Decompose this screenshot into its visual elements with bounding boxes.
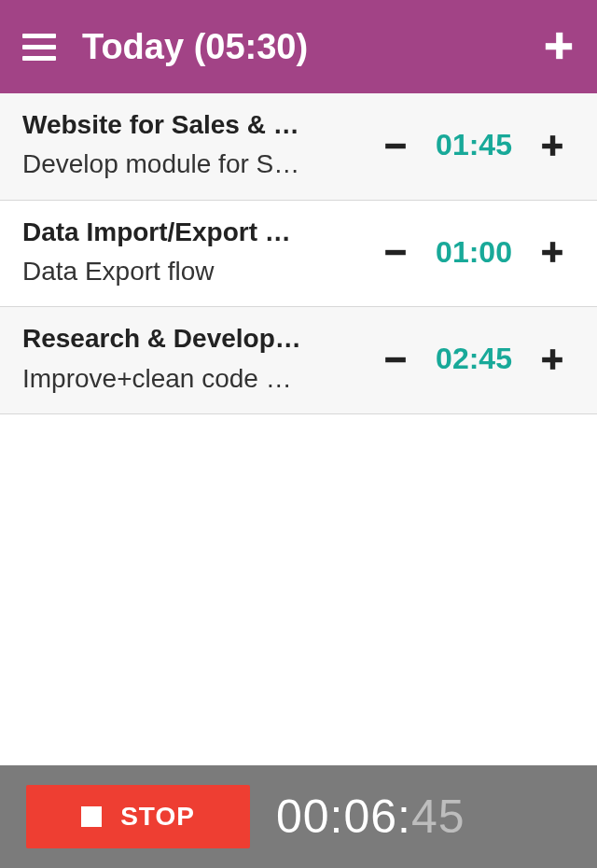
minus-icon <box>383 133 408 158</box>
svg-rect-2 <box>385 144 406 148</box>
item-text: Research & Developme… Improve+clean code… <box>22 322 366 397</box>
decrement-button[interactable] <box>373 240 418 264</box>
increment-button[interactable] <box>530 240 575 264</box>
list-item[interactable]: Research & Developme… Improve+clean code… <box>0 307 597 414</box>
task-list: Website for Sales & W… Develop module fo… <box>0 93 597 765</box>
svg-rect-10 <box>542 357 562 362</box>
item-text: Website for Sales & W… Develop module fo… <box>22 108 366 183</box>
decrement-button[interactable] <box>373 133 418 158</box>
item-subtitle: Improve+clean code an… <box>22 360 302 397</box>
svg-rect-8 <box>385 357 406 362</box>
item-title: Research & Developme… <box>22 322 302 356</box>
stop-button[interactable]: STOP <box>26 785 250 848</box>
plus-icon <box>540 347 564 371</box>
increment-button[interactable] <box>530 133 575 158</box>
svg-rect-5 <box>385 250 406 255</box>
svg-rect-7 <box>542 250 562 255</box>
menu-icon[interactable] <box>22 34 60 61</box>
item-subtitle: Data Export flow <box>22 253 302 289</box>
timer-main: 00:06: <box>276 790 411 844</box>
header: Today (05:30) <box>0 0 597 93</box>
svg-rect-1 <box>546 43 572 49</box>
timer-seconds: 45 <box>411 790 465 844</box>
list-item[interactable]: Data Import/Export Plu… Data Export flow… <box>0 201 597 308</box>
item-subtitle: Develop module for Sa… <box>22 146 302 182</box>
plus-icon <box>540 133 564 158</box>
minus-icon <box>383 347 408 371</box>
item-text: Data Import/Export Plu… Data Export flow <box>22 216 366 290</box>
stop-icon <box>81 806 102 827</box>
increment-button[interactable] <box>530 347 575 371</box>
add-button[interactable] <box>543 24 575 69</box>
decrement-button[interactable] <box>373 347 418 371</box>
page-title: Today (05:30) <box>82 27 543 67</box>
plus-icon <box>540 240 564 264</box>
timer-display: 00:06:45 <box>276 790 465 844</box>
stop-label: STOP <box>120 802 195 832</box>
item-title: Website for Sales & W… <box>22 108 302 142</box>
item-title: Data Import/Export Plu… <box>22 216 302 249</box>
list-item[interactable]: Website for Sales & W… Develop module fo… <box>0 93 597 201</box>
item-duration: 01:45 <box>418 128 530 162</box>
footer: STOP 00:06:45 <box>0 765 597 868</box>
svg-rect-4 <box>542 144 562 148</box>
item-duration: 02:45 <box>418 342 530 376</box>
item-duration: 01:00 <box>418 235 530 270</box>
plus-icon <box>543 30 575 62</box>
minus-icon <box>383 240 408 264</box>
